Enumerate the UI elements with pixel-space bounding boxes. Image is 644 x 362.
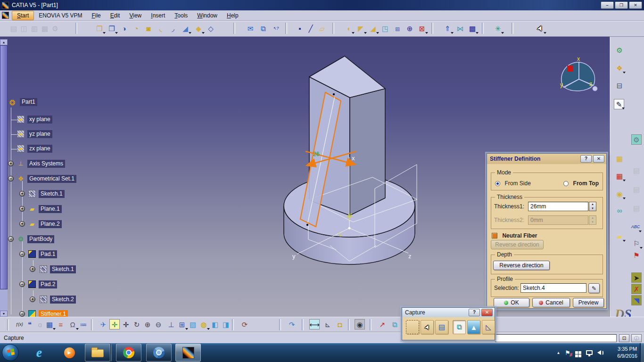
axis-plane-icon[interactable]: ↗ [377,319,388,329]
scroll-down-icon[interactable]: ▼ [0,311,8,317]
catalog-icon[interactable]: ⧉ [389,319,400,329]
tree-item-axis-systems[interactable]: + Axis Systems [0,160,132,168]
measure-item-icon[interactable]: ⊾ [322,319,333,329]
profile-selection-input[interactable]: Sketch.4 [520,283,586,293]
catalog-grayed-icon[interactable]: ▤ [631,165,642,175]
capture-record-button[interactable] [406,320,419,334]
menu-enovia[interactable]: ENOVIA V5 VPM [34,11,87,20]
tools-gear-icon[interactable]: ⚙ [631,134,642,145]
tree-item-label[interactable]: Stiffener.1 [39,310,68,317]
tree-item-sketch2[interactable]: + Sketch.2 [0,296,132,304]
measure-cursor-icon[interactable]: ➤ [631,272,642,283]
rib-icon[interactable]: ◟ [156,23,166,33]
tree-item-plane2[interactable]: + Plane.2 [0,220,132,229]
get-windows10-icon[interactable] [575,351,578,354]
plane-icon[interactable]: ▱ [317,23,327,33]
render-style-icon[interactable]: ◍ [198,319,209,329]
fit-all-icon[interactable]: ✛ [109,319,120,329]
tree-item-label[interactable]: Sketch.2 [50,296,76,304]
tree-expander[interactable]: + [30,296,35,302]
tree-expander[interactable]: − [19,251,25,257]
groove-icon[interactable]: ◔ [131,23,141,33]
tree-scrollbar[interactable]: ▲ ▼ [0,39,8,317]
tree-item-label[interactable]: Plane.2 [39,220,62,228]
separator[interactable] [91,319,93,330]
insert-in-tree-icon[interactable]: ⊟ [614,80,625,90]
pattern-icon[interactable]: ▩ [467,23,478,33]
tree-item-label[interactable]: xy plane [27,115,52,123]
tree-structure-icon[interactable]: ≡ [56,319,66,329]
separator[interactable] [75,23,77,34]
measure-x-icon[interactable]: ✗ [631,284,642,294]
union-trim-icon[interactable]: ∞ [614,205,625,215]
clipboard-help-icon[interactable]: ◫ [19,23,29,33]
menu-help[interactable]: Help [222,11,243,20]
surface-pillow-icon[interactable]: ▰ [614,231,625,241]
separator[interactable] [285,23,287,34]
tree-item-plane1[interactable]: + Plane.1 [0,205,132,214]
shell-icon[interactable]: ◳ [380,23,390,33]
maximize-button[interactable]: ❐ [615,1,628,9]
thickness-icon[interactable]: ⧈ [392,23,403,33]
grayed-a-icon[interactable]: ɑ [35,319,45,329]
capture-image-button[interactable]: ▲ [467,320,480,334]
shading-edges-icon[interactable]: ◨ [221,319,231,329]
volume-icon[interactable] [597,350,603,355]
tree-item-label[interactable]: yz plane [27,130,52,138]
scroll-up-icon[interactable]: ▲ [0,39,8,45]
datum-flag-icon[interactable]: ⚑ [631,250,642,260]
capture-film-button[interactable]: ⧉ [453,320,466,334]
tree-expander[interactable]: + [19,221,25,227]
measure-corner-icon[interactable]: ◥ [631,295,642,305]
scrollbar-thumb[interactable] [0,45,8,289]
capture-options-button[interactable]: ▤ [435,320,448,334]
measure-between-icon[interactable]: ⟷ [309,319,320,329]
translate-icon[interactable]: ⇑ [442,23,453,33]
menu-tools[interactable]: Tools [170,11,192,20]
tree-item-label[interactable]: zx plane [27,145,52,153]
tree-item-sketch1-gs[interactable]: + Sketch.1 [0,190,132,198]
toolbox-yellow-icon[interactable]: ▦ [614,153,625,164]
loft-icon[interactable]: ◆ [193,23,204,33]
scale-icon[interactable]: ✳ [493,23,503,33]
from-top-radio[interactable]: From Top [563,179,599,187]
hidden-icons-button[interactable]: ▲ [556,351,560,355]
capture-select-button[interactable]: ➤ [421,320,434,334]
tree-item-geometrical-set1[interactable]: − Geometrical Set.1 [0,175,132,183]
tree-expander[interactable]: − [8,236,14,242]
minimize-button[interactable]: – [601,1,614,9]
remove-face-icon[interactable]: ⊠ [417,23,427,33]
sketch-edit-icon[interactable]: ✎ [588,283,600,293]
zoom-in-icon[interactable]: ⊕ [142,319,153,329]
rotate-view-icon[interactable]: ↷ [287,319,297,329]
separator[interactable] [7,319,9,330]
tree-expander[interactable]: − [19,311,25,317]
menu-insert[interactable]: Insert [146,11,170,20]
rotate-icon[interactable]: ↻ [132,319,142,329]
hole-icon[interactable]: ◙ [143,23,154,33]
tree-item-label[interactable]: Sketch.1 [39,190,65,198]
taskbar-chrome-button[interactable] [116,344,141,362]
taskbar-clock[interactable]: 3:35 PM 6/9/2016 [617,346,637,360]
tree-item-zx-plane[interactable]: zx plane [0,145,132,153]
tree-item-xy-plane[interactable]: xy plane [0,115,132,124]
action-center-icon[interactable]: ⚑✗ [565,349,570,356]
compass[interactable]: x y z [560,56,597,91]
hole-positioning-icon[interactable]: ⊕ [405,23,415,33]
design-table-icon[interactable]: ▦ [44,319,55,329]
fillet-icon[interactable]: ◖ [343,23,354,33]
dialog-close-button[interactable]: ✕ [593,155,604,163]
gears-grayed-icon[interactable]: ⚙ [50,23,60,33]
tree-item-pad1[interactable]: − Pad.1 [0,250,132,259]
menu-file[interactable]: File [87,11,105,20]
sketcher-icon[interactable]: ✎ [614,99,624,109]
slot-icon[interactable]: ◞ [168,23,178,33]
menu-window[interactable]: Window [192,11,222,20]
thickness1-input[interactable]: 26mm [528,202,588,211]
separator[interactable] [512,23,513,34]
remove-loft-icon[interactable]: ◇ [206,23,216,33]
tree-expander[interactable]: − [8,176,14,181]
select-icon[interactable]: ➤ [535,23,545,33]
checkbox-checked-icon[interactable] [492,233,497,239]
lock-icon[interactable]: Ω [67,319,78,329]
